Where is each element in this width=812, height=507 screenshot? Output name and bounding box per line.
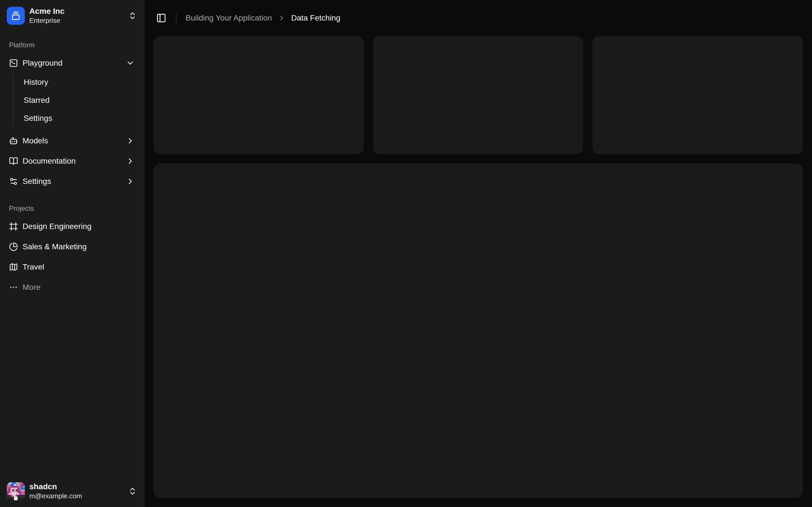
nav-group-label: Projects xyxy=(4,200,139,217)
nav-item: Settings xyxy=(4,172,139,190)
breadcrumb-link-parent[interactable]: Building Your Application xyxy=(186,13,272,22)
placeholder-card-2 xyxy=(373,36,583,154)
nav-item: Design Engineering xyxy=(4,217,139,235)
sidebar-header: Acme Inc Enterprise xyxy=(0,0,144,32)
nav-item: Documentation xyxy=(4,152,139,170)
main-area: Building Your Application Data Fetching xyxy=(144,0,812,507)
app-shell: Acme Inc Enterprise Platform xyxy=(0,0,812,507)
square-terminal-icon xyxy=(9,59,18,68)
nav-item: Playground History Starred Settings xyxy=(4,54,139,129)
chevron-right-icon xyxy=(126,157,135,166)
sidebar-item-more[interactable]: More xyxy=(4,278,139,296)
avatar xyxy=(7,482,25,500)
team-meta: Acme Inc Enterprise xyxy=(29,7,123,24)
topbar: Building Your Application Data Fetching xyxy=(144,0,812,36)
user-meta: shadcn m@example.com xyxy=(29,483,123,500)
sidebar-item-sales-marketing[interactable]: Sales & Marketing xyxy=(4,238,139,256)
bot-icon xyxy=(9,136,18,145)
sidebar-toggle-button[interactable] xyxy=(153,10,169,26)
sidebar-item-design-engineering[interactable]: Design Engineering xyxy=(4,217,139,235)
sidebar-item-label: Models xyxy=(22,136,121,145)
sidebar-footer: shadcn m@example.com xyxy=(0,475,144,507)
sidebar-content: Platform Playground xyxy=(0,32,144,475)
nav-item: Models xyxy=(4,132,139,150)
nav-item: Sales & Marketing xyxy=(4,238,139,256)
chevron-right-icon xyxy=(126,177,135,186)
nav-group-label: Platform xyxy=(4,36,139,54)
placeholder-card-grid xyxy=(153,36,803,154)
book-open-icon xyxy=(9,157,18,166)
chevron-down-icon xyxy=(126,59,135,68)
chevron-right-icon xyxy=(278,14,286,22)
nav-menu: Design Engineering Sales & Marketing xyxy=(4,217,139,296)
breadcrumb: Building Your Application Data Fetching xyxy=(186,13,340,22)
nav-item: More xyxy=(4,278,139,296)
placeholder-card-1 xyxy=(153,36,364,154)
nav-group-projects: Projects Design Engineering xyxy=(0,195,144,301)
sidebar-item-label: Travel xyxy=(22,263,135,272)
gallery-vertical-end-icon xyxy=(7,7,25,25)
page-content xyxy=(144,36,812,507)
user-name: shadcn xyxy=(29,483,123,491)
sidebar-item-models[interactable]: Models xyxy=(4,132,139,150)
team-name: Acme Inc xyxy=(29,7,123,16)
ellipsis-icon xyxy=(9,283,18,292)
sidebar-item-documentation[interactable]: Documentation xyxy=(4,152,139,170)
breadcrumb-current: Data Fetching xyxy=(291,13,340,22)
team-plan: Enterprise xyxy=(29,17,123,24)
nav-group-platform: Platform Playground xyxy=(0,32,144,195)
panel-left-icon xyxy=(156,13,166,23)
sidebar-item-settings[interactable]: Settings xyxy=(4,172,139,190)
sidebar-subitem-settings[interactable]: Settings xyxy=(19,110,139,126)
sidebar: Acme Inc Enterprise Platform xyxy=(0,0,144,507)
sidebar-item-travel[interactable]: Travel xyxy=(4,258,139,276)
frame-icon xyxy=(9,222,18,231)
sidebar-item-label: Playground xyxy=(22,59,121,68)
placeholder-card-3 xyxy=(592,36,803,154)
placeholder-panel xyxy=(153,163,803,498)
playground-submenu: History Starred Settings xyxy=(13,73,139,127)
nav-item: Travel xyxy=(4,258,139,276)
chevrons-up-down-icon xyxy=(128,487,137,496)
nav-menu: Playground History Starred Settings xyxy=(4,54,139,190)
sidebar-subitem-history[interactable]: History xyxy=(19,74,139,90)
user-email: m@example.com xyxy=(29,492,123,500)
sidebar-item-playground[interactable]: Playground xyxy=(4,54,139,72)
sidebar-item-label: Settings xyxy=(22,177,121,186)
chevrons-up-down-icon xyxy=(128,11,137,20)
sidebar-item-label: Design Engineering xyxy=(22,222,135,231)
pie-chart-icon xyxy=(9,242,18,251)
settings-sliders-icon xyxy=(9,177,18,186)
chevron-right-icon xyxy=(126,136,135,145)
team-switcher-button[interactable]: Acme Inc Enterprise xyxy=(4,4,139,27)
separator xyxy=(176,12,176,24)
sidebar-subitem-starred[interactable]: Starred xyxy=(19,93,139,108)
map-icon xyxy=(9,263,18,272)
user-menu-button[interactable]: shadcn m@example.com xyxy=(4,480,139,503)
sidebar-item-label: More xyxy=(22,283,135,292)
sidebar-item-label: Sales & Marketing xyxy=(22,242,135,251)
sidebar-item-label: Documentation xyxy=(22,157,121,166)
